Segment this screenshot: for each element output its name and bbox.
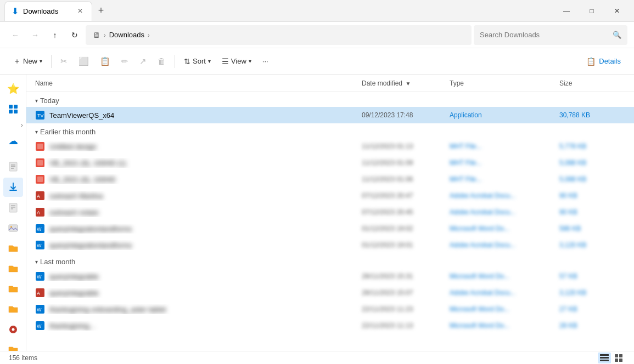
- table-row[interactable]: W thanksgiving onboarding_aster tablet 2…: [26, 301, 634, 317]
- svg-rect-42: [600, 357, 609, 359]
- section-last-month[interactable]: ▾ Last month: [26, 253, 634, 268]
- table-row[interactable]: Untitled design 11/12/2023 01:13 MHT Fil…: [26, 138, 634, 155]
- sort-icon: ⇅: [184, 57, 190, 66]
- paste-button[interactable]: 📋: [96, 53, 115, 70]
- file-name-text: queryintegrationlandforms: [49, 241, 132, 249]
- file-date: 11/12/2023 01:13: [362, 143, 450, 150]
- svg-rect-43: [600, 360, 609, 361]
- sidebar-item-folder1[interactable]: [3, 238, 23, 258]
- section-today[interactable]: ▾ Today: [26, 92, 634, 107]
- svg-text:W: W: [37, 323, 42, 329]
- sidebar-item-pictures[interactable]: [3, 218, 23, 237]
- file-name-text: outreach Martina: [49, 192, 103, 200]
- expand-icon[interactable]: ›: [21, 122, 23, 128]
- file-size: 30,788 KB: [559, 111, 625, 119]
- copy-button[interactable]: ⬜: [74, 53, 93, 70]
- file-size: 5,778 KB: [559, 143, 625, 150]
- file-date: 22/11/2023 11:13: [362, 322, 450, 329]
- file-name-cell: W thanksgiving onboarding_aster tablet: [35, 304, 362, 314]
- sidebar-item-documents[interactable]: [3, 157, 23, 177]
- table-row[interactable]: VB_2021 (6), 100HD 11/12/2023 01:06 MHT …: [26, 171, 634, 187]
- file-size: 27 KB: [559, 305, 625, 313]
- sidebar-item-music[interactable]: [3, 320, 23, 339]
- file-icon: TV: [35, 110, 45, 120]
- sidebar-item-downloads[interactable]: [3, 178, 23, 197]
- sidebar-item-notes[interactable]: [3, 198, 23, 217]
- grid-view-button[interactable]: [612, 352, 625, 363]
- nav-bar: ← → ↑ ↻ 🖥 › Downloads › 🔍: [0, 22, 634, 48]
- col-size[interactable]: Size: [559, 79, 625, 87]
- sidebar-item-onedrive[interactable]: ☁: [3, 132, 23, 151]
- file-name-cell: Untitled design: [35, 141, 362, 151]
- sidebar-item-quick-access[interactable]: ⭐: [3, 79, 23, 98]
- file-name-text: thanksgiving...: [49, 322, 95, 330]
- title-bar: ⬇ Downloads ✕ + — □ ✕: [0, 0, 634, 22]
- tab-close-button[interactable]: ✕: [75, 6, 85, 16]
- new-button[interactable]: ＋ New ▾: [9, 53, 47, 70]
- search-input[interactable]: [480, 31, 609, 39]
- svg-rect-20: [37, 144, 43, 149]
- table-row[interactable]: W thanksgiving... 22/11/2023 11:13 Micro…: [26, 317, 634, 334]
- item-count: 156 items: [9, 354, 37, 362]
- table-row[interactable]: W queryintegrationlandforms 01/12/2023 1…: [26, 237, 634, 253]
- col-date[interactable]: Date modified ▼: [362, 79, 450, 87]
- up-button[interactable]: ↑: [46, 26, 64, 44]
- refresh-button[interactable]: ↻: [66, 26, 83, 44]
- back-button[interactable]: ←: [7, 26, 24, 44]
- delete-icon: 🗑: [158, 56, 166, 66]
- close-button[interactable]: ✕: [604, 2, 630, 20]
- copy-icon: ⬜: [78, 56, 89, 66]
- sep1: [51, 55, 52, 68]
- table-row[interactable]: A queryintegrable 28/11/2023 15:07 Adobe…: [26, 285, 634, 301]
- file-area[interactable]: Name Date modified ▼ Type Size ▾ Today T…: [26, 75, 634, 364]
- share-button[interactable]: ↗: [135, 53, 151, 70]
- new-icon: ＋: [13, 56, 21, 66]
- tab-downloads[interactable]: ⬇ Downloads ✕: [4, 1, 92, 21]
- view-button[interactable]: ☰ View ▾: [217, 53, 256, 70]
- sidebar-item-folder4[interactable]: [3, 300, 23, 319]
- svg-rect-1: [14, 105, 18, 109]
- svg-text:A: A: [37, 291, 40, 296]
- table-row[interactable]: W queryintegrationlandforms 01/12/2023 1…: [26, 220, 634, 237]
- svg-rect-44: [615, 354, 618, 357]
- col-type[interactable]: Type: [450, 79, 559, 87]
- search-icon: 🔍: [613, 31, 621, 39]
- sep2: [175, 55, 175, 68]
- minimize-button[interactable]: —: [554, 2, 579, 20]
- cut-button[interactable]: ✂: [56, 53, 72, 70]
- col-name[interactable]: Name: [35, 79, 362, 87]
- rename-button[interactable]: ✏: [117, 53, 133, 70]
- sidebar-item-folder2[interactable]: [3, 259, 23, 278]
- sidebar-item-folder3[interactable]: [3, 279, 23, 298]
- sidebar-item-gallery[interactable]: [3, 99, 23, 118]
- table-row[interactable]: TV TeamViewerQS_x64 09/12/2023 17:48 App…: [26, 107, 634, 123]
- svg-rect-47: [619, 359, 622, 362]
- table-row[interactable]: A outreach notaio 07/12/2023 20:45 Adobe…: [26, 204, 634, 220]
- view-chevron: ▾: [249, 58, 251, 64]
- section-earlier-month[interactable]: ▾ Earlier this month: [26, 123, 634, 138]
- chevron-earlier: ▾: [35, 129, 38, 135]
- sort-button[interactable]: ⇅ Sort ▾: [179, 53, 215, 70]
- rename-icon: ✏: [121, 56, 128, 66]
- section-today-label: Today: [40, 96, 59, 105]
- details-button[interactable]: 📋 Details: [582, 53, 625, 70]
- table-row[interactable]: W queryintegrable 28/11/2023 15:31 Micro…: [26, 268, 634, 285]
- new-tab-button[interactable]: +: [92, 2, 110, 20]
- more-button[interactable]: ···: [258, 53, 273, 70]
- file-size: 90 KB: [559, 192, 625, 200]
- svg-text:TV: TV: [37, 113, 44, 118]
- file-name-cell: W thanksgiving...: [35, 321, 362, 331]
- maximize-button[interactable]: □: [579, 2, 604, 20]
- delete-button[interactable]: 🗑: [153, 53, 170, 70]
- table-row[interactable]: VB_2021 (6), 100HD (1) 11/12/2023 01:09 …: [26, 155, 634, 171]
- search-bar[interactable]: 🔍: [474, 25, 627, 45]
- file-name-text: TeamViewerQS_x64: [49, 111, 114, 120]
- file-icon: W: [35, 271, 45, 281]
- toolbar: ＋ New ▾ ✂ ⬜ 📋 ✏ ↗ 🗑 ⇅ Sort ▾ ☰ View ▾ ··…: [0, 48, 634, 75]
- file-icon: W: [35, 321, 45, 331]
- address-bar[interactable]: 🖥 › Downloads ›: [86, 25, 472, 45]
- forward-button[interactable]: →: [26, 26, 44, 44]
- file-icon: A: [35, 191, 45, 201]
- table-row[interactable]: A outreach Martina 07/12/2023 20:47 Adob…: [26, 187, 634, 204]
- list-view-button[interactable]: [598, 352, 611, 363]
